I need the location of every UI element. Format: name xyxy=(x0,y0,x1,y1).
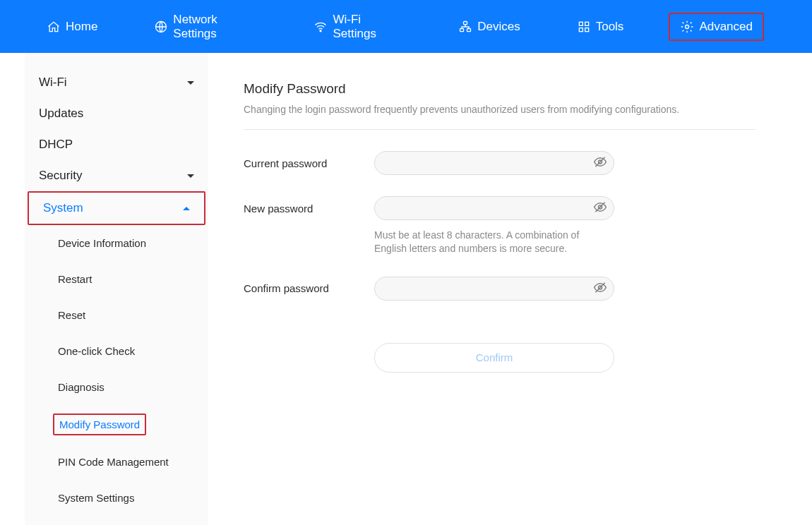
row-new-password: New password xyxy=(244,196,756,220)
sidebar-item-security[interactable]: Security xyxy=(25,160,208,191)
svg-rect-2 xyxy=(464,21,467,24)
password-hint: Must be at least 8 characters. A combina… xyxy=(374,229,600,255)
divider xyxy=(244,129,756,130)
sidebar-sub-label: Diagnosis xyxy=(53,378,109,397)
toggle-visibility-button[interactable] xyxy=(593,280,607,296)
eye-off-icon xyxy=(593,200,607,217)
devices-icon xyxy=(458,20,472,34)
nav-label: Wi-Fi Settings xyxy=(333,13,402,41)
toggle-visibility-button[interactable] xyxy=(593,155,607,171)
sidebar-label: DHCP xyxy=(39,138,73,152)
current-password-wrap xyxy=(374,151,614,175)
row-confirm-password: Confirm password xyxy=(244,277,756,301)
nav-label: Home xyxy=(66,20,97,34)
nav-home[interactable]: Home xyxy=(35,13,109,41)
home-icon xyxy=(47,20,61,34)
chevron-up-icon xyxy=(183,207,190,210)
sidebar-sub-one-click-check[interactable]: One-click Check xyxy=(25,333,208,369)
nav-tools[interactable]: Tools xyxy=(566,13,635,41)
sidebar-sub-label: Device Information xyxy=(53,234,151,253)
nav-label: Devices xyxy=(477,20,520,34)
svg-point-9 xyxy=(686,25,689,28)
grid-icon xyxy=(577,20,591,34)
sidebar-label: System xyxy=(43,201,83,215)
confirm-password-input[interactable] xyxy=(374,277,614,301)
sidebar-item-updates[interactable]: Updates xyxy=(25,98,208,129)
nav-label: Network Settings xyxy=(173,13,257,41)
globe-icon xyxy=(154,20,168,34)
confirm-password-label: Confirm password xyxy=(244,282,374,294)
sidebar-sub-label: Modify Password xyxy=(53,414,146,435)
sidebar-sub-restart[interactable]: Restart xyxy=(25,261,208,297)
toggle-visibility-button[interactable] xyxy=(593,200,607,217)
nav-label: Advanced xyxy=(699,20,753,34)
nav-wifi-settings[interactable]: Wi-Fi Settings xyxy=(302,6,413,48)
row-current-password: Current password xyxy=(244,151,756,175)
chevron-down-icon xyxy=(187,81,194,85)
confirm-button[interactable]: Confirm xyxy=(374,343,614,373)
wifi-icon xyxy=(314,20,328,34)
chevron-down-icon xyxy=(187,174,194,178)
main-layout: Wi-Fi Updates DHCP Security System Devic… xyxy=(0,53,812,525)
sidebar-sub-modify-password[interactable]: Modify Password xyxy=(25,405,208,444)
top-nav: Home Network Settings Wi-Fi Settings Dev… xyxy=(0,0,812,53)
sidebar-sub-label: PIN Code Management xyxy=(53,452,174,471)
svg-rect-3 xyxy=(460,28,464,31)
sidebar-sub-pin-code[interactable]: PIN Code Management xyxy=(25,444,208,480)
svg-rect-8 xyxy=(585,28,588,31)
sidebar-item-wifi[interactable]: Wi-Fi xyxy=(25,67,208,98)
svg-rect-7 xyxy=(579,28,583,31)
sidebar-item-dhcp[interactable]: DHCP xyxy=(25,129,208,160)
sidebar-sub-diagnosis[interactable]: Diagnosis xyxy=(25,369,208,405)
main-content: Modify Password Changing the login passw… xyxy=(208,53,812,525)
page-title: Modify Password xyxy=(244,81,756,97)
nav-advanced[interactable]: Advanced xyxy=(669,13,764,41)
svg-rect-5 xyxy=(579,22,583,25)
sidebar: Wi-Fi Updates DHCP Security System Devic… xyxy=(25,53,208,525)
sidebar-sub-system-settings[interactable]: System Settings xyxy=(25,480,208,516)
nav-devices[interactable]: Devices xyxy=(447,13,531,41)
eye-off-icon xyxy=(593,155,607,171)
svg-rect-4 xyxy=(467,28,471,31)
new-password-label: New password xyxy=(244,203,374,215)
new-password-wrap xyxy=(374,196,614,220)
confirm-password-wrap xyxy=(374,277,614,301)
sidebar-sub-label: Reset xyxy=(53,306,90,325)
gear-icon xyxy=(680,20,694,34)
nav-network-settings[interactable]: Network Settings xyxy=(143,6,268,48)
sidebar-label: Wi-Fi xyxy=(39,76,67,90)
svg-point-1 xyxy=(320,30,321,31)
sidebar-sub-device-info[interactable]: Device Information xyxy=(25,225,208,261)
eye-off-icon xyxy=(593,280,607,296)
sidebar-item-system[interactable]: System xyxy=(28,191,205,225)
sidebar-sub-reset[interactable]: Reset xyxy=(25,297,208,333)
sidebar-label: Security xyxy=(39,169,82,183)
sidebar-label: Updates xyxy=(39,107,83,121)
sidebar-sub-label: Restart xyxy=(53,270,97,289)
current-password-label: Current password xyxy=(244,157,374,169)
nav-label: Tools xyxy=(596,20,624,34)
sidebar-sub-label: One-click Check xyxy=(53,342,140,361)
current-password-input[interactable] xyxy=(374,151,614,175)
sidebar-sub-label: System Settings xyxy=(53,488,139,507)
svg-rect-6 xyxy=(585,22,588,25)
page-description: Changing the login password frequently p… xyxy=(244,104,756,115)
new-password-input[interactable] xyxy=(374,196,614,220)
